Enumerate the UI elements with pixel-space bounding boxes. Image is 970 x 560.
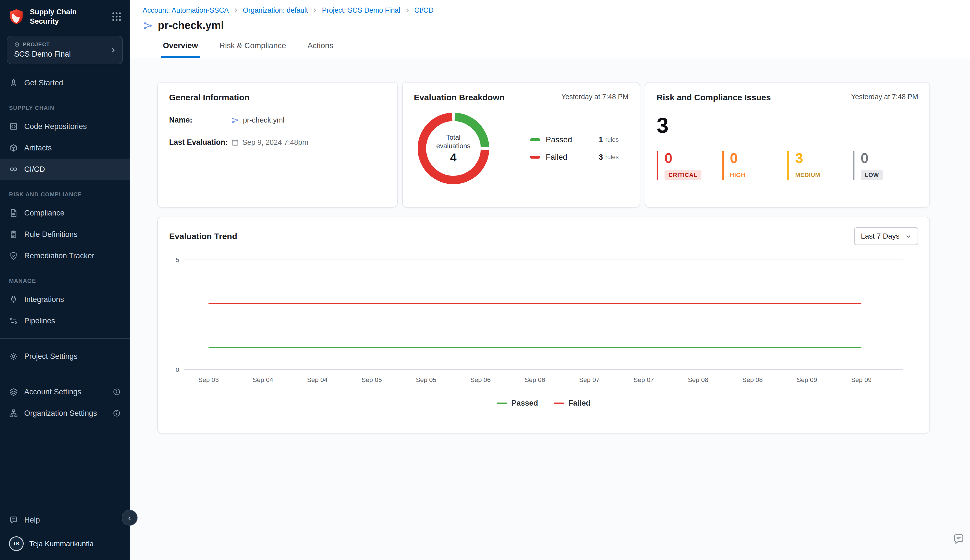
severity-medium: 3 MEDIUM <box>787 151 853 180</box>
brand-name: Supply Chain Security <box>30 7 107 26</box>
svg-text:Sep 09: Sep 09 <box>797 376 817 383</box>
chevron-left-icon: ‹ <box>128 513 131 523</box>
trend-legend: Passed Failed <box>169 399 918 408</box>
breadcrumb-cicd[interactable]: CI/CD <box>414 6 433 14</box>
sidebar-item-remediation-tracker[interactable]: Remediation Tracker <box>0 245 130 267</box>
info-icon <box>113 388 120 396</box>
sidebar-item-cicd[interactable]: CI/CD <box>0 158 130 180</box>
card-timestamp: Yesterday at 7:48 PM <box>851 93 918 101</box>
card-title: General Information <box>169 93 249 102</box>
nav-section-manage: MANAGE <box>0 267 130 289</box>
severity-badge: CRITICAL <box>664 170 701 180</box>
svg-text:5: 5 <box>175 256 179 263</box>
chevron-right-icon <box>404 7 410 13</box>
last-evaluation-label: Last Evaluation: <box>169 138 231 147</box>
svg-text:0: 0 <box>175 366 179 373</box>
chevron-right-icon <box>312 7 318 13</box>
sidebar-item-rule-definitions[interactable]: Rule Definitions <box>0 224 130 245</box>
evaluations-donut-chart: Total evaluations 4 <box>414 109 493 188</box>
sidebar-collapse-button[interactable]: ‹ <box>122 510 137 526</box>
last-evaluation-value: Sep 9, 2024 7:48pm <box>242 138 308 147</box>
chevron-right-icon <box>233 7 239 13</box>
sidebar-item-pipelines[interactable]: Pipelines <box>0 310 130 332</box>
sidebar-item-compliance[interactable]: Compliance <box>0 202 130 224</box>
donut-center: Total evaluations 4 <box>414 109 493 188</box>
sidebar-item-organization-settings[interactable]: Organization Settings <box>0 403 130 424</box>
project-selector-value: SCS Demo Final <box>14 50 115 58</box>
passed-swatch <box>530 138 540 141</box>
sidebar-nav: Get Started SUPPLY CHAIN Code Repositori… <box>0 68 130 424</box>
trend-legend-passed: Passed <box>497 399 538 408</box>
name-row: Name: pr-check.yml <box>169 116 386 125</box>
apps-grid-icon[interactable] <box>112 12 122 22</box>
svg-text:Sep 07: Sep 07 <box>633 376 654 383</box>
remediation-icon <box>9 251 18 260</box>
integrations-icon <box>9 295 18 304</box>
sidebar-item-artifacts[interactable]: Artifacts <box>0 137 130 158</box>
trend-line-chart: 05Sep 03Sep 04Sep 04Sep 05Sep 05Sep 06Se… <box>169 254 918 392</box>
svg-text:Sep 03: Sep 03 <box>198 376 219 383</box>
pipelines-icon <box>9 316 18 325</box>
severity-badge: HIGH <box>730 170 745 180</box>
rocket-icon <box>9 78 18 87</box>
card-title: Evaluation Trend <box>169 232 237 241</box>
issues-total: 3 <box>657 115 918 136</box>
svg-text:Sep 05: Sep 05 <box>416 376 437 383</box>
severity-high: 0 HIGH <box>722 151 787 180</box>
user-menu[interactable]: TK Teja Kummarikuntla <box>0 531 130 551</box>
breadcrumb-project[interactable]: Project: SCS Demo Final <box>322 6 400 14</box>
svg-text:Sep 07: Sep 07 <box>579 376 600 383</box>
svg-text:Sep 06: Sep 06 <box>525 376 545 383</box>
pipeline-file-icon <box>143 20 153 31</box>
sidebar-item-code-repositories[interactable]: Code Repositories <box>0 116 130 137</box>
evaluation-breakdown-card: Evaluation Breakdown Yesterday at 7:48 P… <box>402 82 640 208</box>
layers-icon <box>9 387 18 396</box>
failed-swatch <box>530 156 540 158</box>
donut-legend: Passed 1 rules Failed 3 rules <box>530 127 619 170</box>
screen: Supply Chain Security PROJECT SCS Demo F… <box>0 0 970 560</box>
page-title: pr-check.yml <box>158 20 224 32</box>
last-evaluation-row: Last Evaluation: Sep 9, 2024 7:48pm <box>169 138 386 147</box>
app-logo-shield-icon <box>8 8 25 25</box>
legend-passed: Passed 1 rules <box>530 135 619 144</box>
gear-icon <box>9 352 18 361</box>
info-icon <box>113 409 120 417</box>
compliance-icon <box>9 208 18 217</box>
project-selector[interactable]: PROJECT SCS Demo Final <box>7 36 123 64</box>
name-value: pr-check.yml <box>243 116 284 125</box>
sidebar-item-project-settings[interactable]: Project Settings <box>0 346 130 367</box>
svg-text:Sep 05: Sep 05 <box>362 376 382 383</box>
sidebar-item-help[interactable]: Help <box>0 509 130 531</box>
sidebar-divider <box>0 338 130 339</box>
tab-actions[interactable]: Actions <box>306 36 335 58</box>
sidebar-divider <box>0 374 130 374</box>
breadcrumb-organization[interactable]: Organization: default <box>243 6 308 14</box>
calendar-icon <box>231 138 239 147</box>
chevron-right-icon <box>109 46 117 54</box>
sidebar-item-integrations[interactable]: Integrations <box>0 289 130 310</box>
rule-definitions-icon <box>9 230 18 239</box>
artifacts-icon <box>9 143 18 152</box>
chat-help-icon[interactable] <box>953 533 965 545</box>
nav-section-risk-compliance: RISK AND COMPLIANCE <box>0 180 130 202</box>
content: General Information Name: pr-check.yml <box>130 58 970 560</box>
sidebar-item-get-started[interactable]: Get Started <box>0 72 130 93</box>
main: Account: Automation-SSCA Organization: d… <box>130 0 970 560</box>
tab-bar: Overview Risk & Compliance Actions <box>161 36 970 58</box>
card-title: Risk and Compliance Issues <box>657 93 771 102</box>
name-label: Name: <box>169 116 231 125</box>
date-range-select[interactable]: Last 7 Days <box>854 227 918 245</box>
sidebar-item-account-settings[interactable]: Account Settings <box>0 381 130 403</box>
repo-icon <box>9 122 18 131</box>
cube-icon <box>14 42 20 47</box>
nav-section-supply-chain: SUPPLY CHAIN <box>0 93 130 116</box>
severity-badge: MEDIUM <box>795 170 820 180</box>
tab-overview[interactable]: Overview <box>161 36 200 58</box>
summary-cards: General Information Name: pr-check.yml <box>157 82 930 208</box>
card-timestamp: Yesterday at 7:48 PM <box>561 93 628 101</box>
general-information-card: General Information Name: pr-check.yml <box>157 82 397 208</box>
breadcrumb-account[interactable]: Account: Automation-SSCA <box>143 6 229 14</box>
tab-risk-compliance[interactable]: Risk & Compliance <box>218 36 288 58</box>
passed-line-swatch <box>497 403 507 404</box>
trend-legend-failed: Failed <box>554 399 590 408</box>
